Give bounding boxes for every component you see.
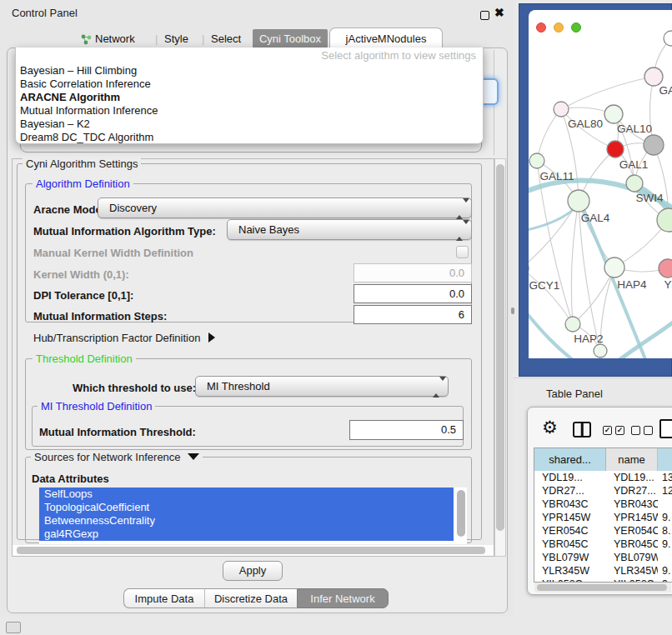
network-node-HAP2[interactable]: [565, 317, 580, 332]
deselect-all-icon[interactable]: [631, 426, 640, 435]
scrollbar-thumb[interactable]: [496, 164, 504, 531]
cyni-algorithm-settings-title: Cyni Algorithm Settings: [23, 158, 141, 170]
table-horizontal-scrollbar[interactable]: [534, 582, 671, 592]
dropdown-item[interactable]: Basic Correlation Inference: [16, 78, 483, 91]
gear-icon[interactable]: ⚙: [542, 418, 558, 436]
tab-impute-data[interactable]: Impute Data: [123, 588, 204, 608]
network-node-salmon-node[interactable]: [659, 259, 672, 278]
scrollbar-thumb[interactable]: [17, 547, 485, 554]
close-traffic-light[interactable]: [536, 22, 546, 32]
apply-button[interactable]: Apply: [223, 561, 283, 581]
dropdown-item[interactable]: Bayesian – K2: [16, 118, 483, 131]
file-icon[interactable]: [659, 419, 672, 438]
minimize-traffic-light[interactable]: [554, 22, 564, 32]
expand-right-icon[interactable]: [208, 332, 215, 342]
table-row[interactable]: YDR27...YDR27...12: [534, 484, 672, 498]
network-node-top-pink[interactable]: [644, 68, 663, 86]
kernel-width-field[interactable]: 0.0: [354, 263, 472, 282]
table-row[interactable]: YBR043CYBR043C: [534, 498, 672, 511]
network-node-GAL10[interactable]: [604, 105, 623, 123]
resize-grip[interactable]: [6, 622, 21, 633]
network-edge-bundle[interactable]: [609, 317, 672, 358]
zoom-traffic-light[interactable]: [571, 22, 581, 32]
mi-steps-field[interactable]: 6: [354, 305, 472, 324]
network-node-top-outline[interactable]: [664, 31, 672, 46]
table-row[interactable]: YPR145WYPR145W9.: [534, 511, 672, 524]
select-all-icon[interactable]: ✓: [615, 426, 624, 435]
network-view-window[interactable]: GALGAL80GAL10GAL1GAL11SWI4GAL4HAP4YGCY1H…: [529, 10, 672, 358]
table-cell: [658, 498, 672, 511]
tab-network[interactable]: Network: [95, 32, 135, 45]
attribute-list-item[interactable]: SelfLoops: [39, 488, 454, 501]
collapse-down-icon[interactable]: [188, 453, 199, 460]
dropdown-placeholder: Select algorithm to view settings: [16, 48, 483, 64]
network-edge[interactable]: [561, 77, 654, 109]
network-canvas[interactable]: GALGAL80GAL10GAL1GAL11SWI4GAL4HAP4YGCY1H…: [529, 10, 672, 358]
float-window-icon[interactable]: [480, 11, 489, 20]
network-view-frame: GALGAL80GAL10GAL1GAL11SWI4GAL4HAP4YGCY1H…: [519, 3, 672, 377]
horizontal-scrollbar[interactable]: [13, 545, 494, 556]
column-header[interactable]: shared...: [534, 448, 606, 471]
network-node-bottom-node[interactable]: [594, 344, 607, 358]
network-node-GAL11[interactable]: [529, 153, 544, 168]
dpi-tolerance-field[interactable]: 0.0: [354, 284, 472, 303]
attribute-list-item[interactable]: BetweennessCentrality: [39, 514, 454, 528]
tab-separator: |: [155, 32, 158, 45]
aracne-mode-combobox[interactable]: Discovery: [98, 198, 472, 218]
table-row[interactable]: YBL079WYBL079W: [534, 551, 672, 564]
mi-threshold-field[interactable]: 0.5: [349, 420, 464, 440]
table-row[interactable]: YDL19...YDL19...13: [534, 471, 672, 484]
dropdown-item[interactable]: Mutual Information Inference: [16, 104, 483, 118]
network-node-label: GAL1: [619, 158, 649, 171]
network-node-GAL1-red[interactable]: [607, 141, 624, 158]
network-node-label: SWI4: [635, 192, 663, 204]
tab-select[interactable]: Select: [211, 32, 241, 45]
network-node-HAP4[interactable]: [604, 258, 624, 278]
which-threshold-combobox[interactable]: MI Threshold: [195, 376, 449, 397]
column-header[interactable]: A: [658, 448, 672, 471]
network-node-label: Y: [664, 278, 671, 291]
attribute-list-item[interactable]: gal4RGexp: [39, 528, 454, 541]
table-cell: YPR145W: [606, 511, 658, 524]
deselect-all-icon[interactable]: [644, 426, 653, 435]
network-edge[interactable]: [529, 268, 573, 324]
network-edge-bundle[interactable]: [529, 303, 587, 358]
dropdown-item[interactable]: Bayesian – Hill Climbing: [16, 64, 483, 78]
mi-algorithm-type-combobox[interactable]: Naive Bayes: [227, 219, 472, 240]
columns-icon[interactable]: [573, 422, 591, 438]
list-scrollbar[interactable]: [457, 490, 465, 537]
network-node-GAL4[interactable]: [568, 190, 589, 212]
network-edge[interactable]: [573, 268, 614, 324]
chevron-updown-icon: [456, 224, 464, 237]
tab-discretize-data[interactable]: Discretize Data: [204, 588, 297, 608]
node-table: shared...nameA YDL19...YDL19...13YDR27..…: [534, 448, 672, 582]
attribute-list-item[interactable]: TopologicalCoefficient: [39, 501, 454, 514]
column-header[interactable]: name: [606, 448, 658, 471]
algorithm-definition-title: Algorithm Definition: [33, 178, 133, 190]
chevron-updown-icon: [456, 202, 464, 215]
table-row[interactable]: YER054CYER054C8.: [534, 524, 672, 538]
manual-kernel-width-checkbox[interactable]: [456, 246, 469, 258]
tab-jactivemnodules[interactable]: jActiveMNodules: [329, 28, 443, 48]
vertical-scrollbar[interactable]: [494, 158, 506, 557]
dropdown-item[interactable]: ARACNE Algorithm: [16, 91, 483, 104]
network-node-SWI4[interactable]: [626, 175, 643, 192]
tab-style[interactable]: Style: [164, 32, 188, 45]
network-node-GAL80[interactable]: [554, 102, 569, 117]
sources-collapser[interactable]: Sources for Network Inference: [31, 451, 203, 463]
split-pane-handle[interactable]: [511, 308, 514, 314]
table-row[interactable]: YLR345WYLR345W9.: [534, 564, 672, 578]
close-icon[interactable]: ✖: [494, 6, 504, 19]
tab-cyni-toolbox[interactable]: Cyni Toolbox: [253, 29, 328, 48]
network-node-big-green[interactable]: [657, 208, 672, 232]
tab-infer-network[interactable]: Infer Network: [297, 588, 389, 608]
network-edge[interactable]: [571, 201, 579, 324]
hub-definition-expander[interactable]: Hub/Transcription Factor Definition: [33, 332, 215, 344]
network-edge[interactable]: [537, 109, 561, 161]
table-row[interactable]: YBR045CYBR045C9.: [534, 538, 672, 551]
network-node-gray-node[interactable]: [644, 135, 664, 155]
scrollbar-thumb[interactable]: [537, 584, 667, 591]
dropdown-item[interactable]: Dream8 DC_TDC Algorithm: [16, 131, 483, 144]
data-attributes-list[interactable]: SelfLoopsTopologicalCoefficientBetweenne…: [39, 488, 467, 544]
select-all-icon[interactable]: ✓: [603, 426, 612, 435]
